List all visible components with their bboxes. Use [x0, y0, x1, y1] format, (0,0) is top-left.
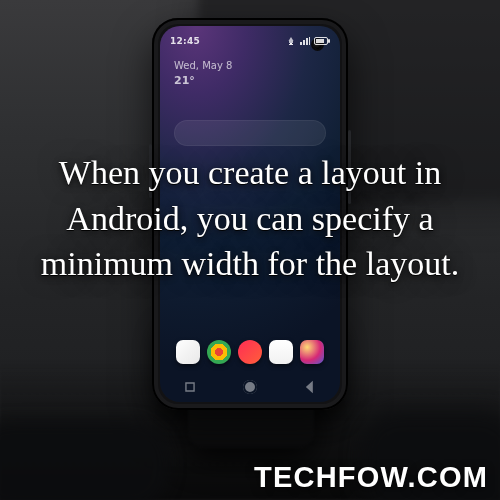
search-bar — [174, 120, 326, 146]
dock-app-messages-icon — [269, 340, 293, 364]
nav-recent-icon — [183, 380, 197, 394]
battery-icon — [314, 37, 328, 45]
dock-app-chrome-icon — [207, 340, 231, 364]
app-dock — [172, 340, 328, 364]
nav-home-icon — [243, 380, 257, 394]
widget-date: Wed, May 8 — [174, 60, 276, 72]
site-watermark: TECHFOW.COM — [254, 461, 488, 494]
android-nav-bar — [160, 380, 340, 394]
wifi-icon — [286, 37, 296, 45]
status-bar: 12:45 — [170, 34, 328, 48]
nav-back-icon — [303, 380, 317, 394]
foreground-object-left — [0, 420, 170, 500]
status-time: 12:45 — [170, 37, 200, 46]
widget-temp: 21° — [174, 74, 276, 87]
home-widget: Wed, May 8 21° — [174, 60, 276, 87]
promo-image: 12:45 Wed, May 8 21° — [0, 0, 500, 500]
signal-icon — [300, 37, 310, 45]
dock-app-music-icon — [238, 340, 262, 364]
dock-app-instagram-icon — [300, 340, 324, 364]
dock-app-phone-icon — [176, 340, 200, 364]
overlay-caption: When you create a layout in Android, you… — [24, 150, 476, 287]
